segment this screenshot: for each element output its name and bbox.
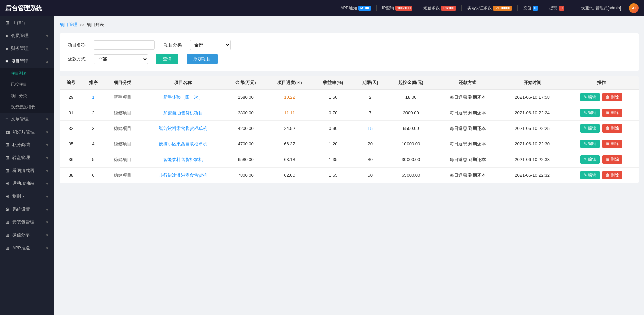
delete-button[interactable]: 🗑 删除 — [602, 124, 622, 133]
repay-select[interactable]: 全部 每日返息,到期还本 — [94, 54, 148, 64]
stat-app-notify-label: APP通知 — [341, 5, 357, 11]
layout: ⊞ 工作台 ● 会员管理 ▼ ● 财务管理 ▼ ≡ 项目管理 ▲ — [0, 16, 644, 315]
chevron-down-icon: ▼ — [45, 169, 49, 173]
sidebar-item-label: APP推送 — [12, 245, 30, 251]
add-project-button[interactable]: 添加项目 — [187, 54, 218, 64]
sort-cell[interactable]: 1 — [82, 90, 105, 105]
table-row: 38 6 稳健项目 步行街冰淇淋零食售货机 7800.00 62.00 1.55… — [60, 168, 639, 183]
col-sort: 排序 — [82, 76, 105, 90]
sidebar-item-project-list[interactable]: 项目列表 — [0, 68, 54, 79]
period-cell: 2 — [353, 90, 387, 105]
breadcrumb-parent[interactable]: 项目管理 — [60, 22, 77, 28]
delete-button[interactable]: 🗑 删除 — [602, 171, 622, 179]
category-select[interactable]: 全部 新手项目 稳健项目 — [190, 40, 231, 50]
amount-cell: 4700.00 — [225, 136, 266, 152]
name-cell[interactable]: 新手体验（限一次） — [141, 90, 226, 105]
stat-app-notify: APP通知 6/100 — [341, 5, 377, 11]
sidebar-item-member[interactable]: ● 会员管理 ▼ — [0, 29, 54, 42]
id-cell: 38 — [60, 168, 82, 183]
sidebar-item-system[interactable]: ⚙ 系统设置 ▼ — [0, 203, 54, 216]
sidebar-item-invest-growth[interactable]: 投资进度增长 — [0, 101, 54, 113]
rate-cell: 1.55 — [313, 168, 353, 183]
id-cell: 31 — [60, 105, 82, 121]
header-user[interactable]: 欢迎您, 管理员[admin] — [581, 5, 621, 11]
edit-button[interactable]: ✎ 编辑 — [580, 93, 600, 101]
member-icon: ● — [5, 33, 8, 38]
stat-recharge: 充值 0 — [523, 5, 544, 11]
sidebar-item-label: 工作台 — [12, 20, 25, 26]
repay-cell: 每日返息,到期还本 — [435, 168, 500, 183]
sidebar-item-puzzle[interactable]: ⊞ 看图猜成语 ▼ — [0, 164, 54, 177]
start-time-cell: 2021-06-10 22:24 — [501, 105, 564, 121]
chevron-down-icon: ▼ — [45, 233, 49, 237]
col-start-time: 开始时间 — [501, 76, 564, 90]
rate-cell: 1.20 — [313, 136, 353, 152]
amount-cell: 4200.00 — [225, 121, 266, 136]
sort-cell: 2 — [82, 105, 105, 121]
sidebar-item-finance[interactable]: ● 财务管理 ▼ — [0, 42, 54, 55]
sidebar-item-wechat[interactable]: ⊞ 微信分享 ▼ — [0, 229, 54, 241]
col-repay: 还款方式 — [435, 76, 500, 90]
search-button[interactable]: 查询 — [156, 54, 178, 64]
edit-button[interactable]: ✎ 编辑 — [580, 109, 600, 117]
name-cell[interactable]: 便携小区果蔬自取柜单机 — [141, 136, 226, 152]
stat-ip-badge: 100/100 — [395, 6, 412, 11]
name-cell[interactable]: 加盟自助售货机项目 — [141, 105, 226, 121]
period-cell: 20 — [353, 136, 387, 152]
progress-cell: 62.00 — [266, 168, 313, 183]
action-cell: ✎ 编辑 🗑 删除 — [564, 152, 639, 168]
delete-button[interactable]: 🗑 删除 — [602, 109, 622, 117]
sidebar-item-project-category[interactable]: 项目分类 — [0, 90, 54, 101]
delete-button[interactable]: 🗑 删除 — [602, 140, 622, 148]
name-cell[interactable]: 智能饮料零食售货柜单机 — [141, 121, 226, 136]
repay-cell: 每日返息,到期还本 — [435, 90, 500, 105]
sidebar-item-workbench[interactable]: ⊞ 工作台 — [0, 16, 54, 29]
col-min-invest: 起投金额(元) — [387, 76, 435, 90]
sidebar-item-finished-project[interactable]: 已投项目 — [0, 79, 54, 90]
sidebar: ⊞ 工作台 ● 会员管理 ▼ ● 财务管理 ▼ ≡ 项目管理 ▲ — [0, 16, 54, 315]
delete-button[interactable]: 🗑 删除 — [602, 93, 622, 101]
sidebar-item-points[interactable]: ⊞ 积分商城 ▼ — [0, 138, 54, 151]
project-name-input[interactable] — [94, 40, 155, 50]
sidebar-item-turntable[interactable]: ⊞ 转盘管理 ▼ — [0, 151, 54, 164]
amount-cell: 6580.00 — [225, 152, 266, 168]
sidebar-item-sports[interactable]: ⊞ 运动加油站 ▼ — [0, 177, 54, 190]
min-invest-cell: 6500.00 — [387, 121, 435, 136]
category-cell: 稳健项目 — [105, 121, 141, 136]
edit-button[interactable]: ✎ 编辑 — [580, 171, 600, 179]
id-cell: 32 — [60, 121, 82, 136]
start-time-cell: 2021-06-10 22:33 — [501, 152, 564, 168]
filter-row-2: 还款方式 全部 每日返息,到期还本 查询 添加项目 — [67, 54, 632, 64]
start-time-cell: 2021-06-10 22:30 — [501, 136, 564, 152]
sidebar-item-package[interactable]: ⊞ 安装包管理 ▼ — [0, 216, 54, 229]
amount-cell: 3800.00 — [225, 105, 266, 121]
project-icon: ≡ — [5, 59, 8, 64]
name-cell[interactable]: 智能饮料售货柜双机 — [141, 152, 226, 168]
period-cell: 30 — [353, 152, 387, 168]
sidebar-item-scratch[interactable]: ⊞ 刮刮卡 ▼ — [0, 190, 54, 203]
name-cell[interactable]: 步行街冰淇淋零食售货机 — [141, 168, 226, 183]
article-icon: ≡ — [5, 116, 8, 122]
workbench-icon: ⊞ — [5, 20, 10, 25]
chevron-down-icon: ▼ — [45, 208, 49, 211]
edit-button[interactable]: ✎ 编辑 — [580, 140, 600, 148]
stat-sms: 短信条数 11/100 — [423, 5, 462, 11]
delete-button[interactable]: 🗑 删除 — [602, 155, 622, 164]
stat-realname-label: 实名认证条数 — [467, 5, 492, 11]
sidebar-item-slides[interactable]: ▦ 幻灯片管理 ▼ — [0, 125, 54, 138]
sidebar-item-label: 运动加油站 — [12, 180, 34, 186]
rate-cell: 0.90 — [313, 121, 353, 136]
repay-cell: 每日返息,到期还本 — [435, 121, 500, 136]
edit-button[interactable]: ✎ 编辑 — [580, 155, 600, 164]
sidebar-item-label: 转盘管理 — [12, 155, 30, 161]
edit-button[interactable]: ✎ 编辑 — [580, 124, 600, 133]
table-row: 31 2 稳健项目 加盟自助售货机项目 3800.00 11.11 0.70 7… — [60, 105, 639, 121]
sidebar-item-label: 财务管理 — [11, 45, 29, 52]
table-header-row: 编号 排序 项目分类 项目名称 金额(万元) 项目进度(%) 收益率(%) 期限… — [60, 76, 639, 90]
sidebar-item-article[interactable]: ≡ 文章管理 ▼ — [0, 113, 54, 125]
sidebar-item-app-push[interactable]: ⊞ APP推送 ▼ — [0, 241, 54, 254]
start-time-cell: 2021-06-10 22:32 — [501, 168, 564, 183]
table-row: 35 4 稳健项目 便携小区果蔬自取柜单机 4700.00 66.37 1.20… — [60, 136, 639, 152]
sidebar-item-project[interactable]: ≡ 项目管理 ▲ — [0, 55, 54, 68]
chevron-down-icon: ▼ — [45, 246, 49, 250]
